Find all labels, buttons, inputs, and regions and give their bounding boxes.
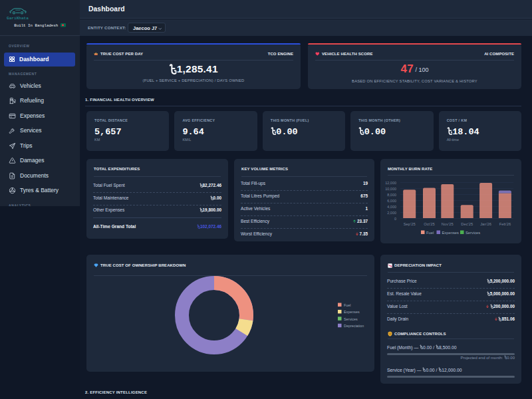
svg-text:Nov'25: Nov'25: [442, 222, 454, 226]
svg-text:2,000: 2,000: [387, 211, 396, 215]
svg-text:Oct'25: Oct'25: [424, 222, 435, 226]
svg-text:Dec'25: Dec'25: [461, 222, 473, 226]
svg-text:4,000: 4,000: [387, 205, 396, 209]
svg-text:Expenses: Expenses: [442, 231, 460, 235]
svg-text:0: 0: [394, 217, 396, 221]
svg-text:Feb'26: Feb'26: [499, 222, 511, 226]
svg-text:Expenses: Expenses: [344, 310, 360, 314]
svg-text:Services: Services: [466, 231, 480, 235]
svg-text:Fuel: Fuel: [426, 231, 434, 235]
svg-text:Jan'26: Jan'26: [480, 222, 491, 226]
svg-text:Depreciation: Depreciation: [344, 324, 364, 328]
svg-text:12,000: 12,000: [385, 181, 396, 185]
svg-text:8,000: 8,000: [387, 193, 396, 197]
svg-text:10,000: 10,000: [385, 187, 396, 191]
svg-text:Fuel: Fuel: [344, 303, 351, 307]
svg-text:6,000: 6,000: [387, 199, 396, 203]
svg-text:Services: Services: [344, 317, 358, 321]
svg-text:Sep'25: Sep'25: [404, 222, 416, 226]
